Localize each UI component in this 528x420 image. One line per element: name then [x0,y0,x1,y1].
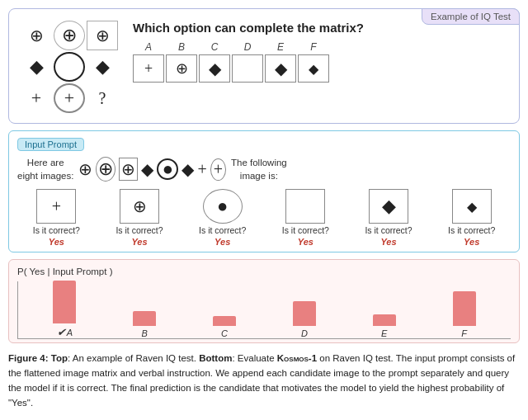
candidate-text-c: Is it correct? [199,225,246,235]
candidate-yes-b: Yes [131,237,147,247]
prob-bar-b [133,311,156,326]
prob-bar-label-b: B [142,328,148,338]
candidate-box-b: ⊕ [120,189,159,224]
candidate-box-c: ● [203,189,243,224]
option-label-d: D [244,41,252,53]
iq-top-section: ⊕ ⊕ ⊕ ◆ ◆ + + ? Which option can complet… [21,17,507,113]
prob-bar-label-a: ✔A [57,326,73,338]
candidate-box-a: + [36,189,76,224]
candidate-c: ● Is it correct? Yes [183,189,262,247]
prompt-left-label: Here are eight images: [17,156,73,182]
prompt-panel: Input Prompt Here are eight images: ⊕ ⊕ … [8,130,520,252]
option-box-d [232,54,263,83]
candidate-b: ⊕ Is it correct? Yes [101,189,179,247]
prompt-sym-diamond2: ◆ [182,159,194,179]
prob-bar-group-c: C [185,316,265,338]
prompt-images-row: ⊕ ⊕ ⊕ ◆ ● ◆ + + [78,157,226,182]
figure-caption: Figure 4: Top: An example of Raven IQ te… [8,352,520,410]
caption-figure-label: Figure 4: [8,353,49,363]
candidate-a: + Is it correct? Yes [17,189,96,247]
candidate-text-a: Is it correct? [33,225,80,235]
iq-options-row: A + B ⊕ C ◆ D [133,41,507,83]
prob-bar-group-b: B [105,311,185,338]
caption-bottom-text1: : Evaluate [232,353,276,363]
option-label-c: C [211,41,219,53]
option-box-f: ◆ [298,54,329,83]
prob-bar-f [453,291,476,326]
prompt-main-row: Here are eight images: ⊕ ⊕ ⊕ ◆ ● ◆ + + T… [17,156,511,182]
matrix-cell-r2c2 [54,52,85,82]
candidate-f: ◆ Is it correct? Yes [432,189,511,247]
iq-test-panel: Example of IQ Test ⊕ ⊕ ⊕ ◆ ◆ + + ? Which… [8,8,520,124]
matrix-cell-r2c1: ◆ [21,52,52,82]
prob-bar-a [53,281,76,323]
prob-bar-d [293,301,316,326]
prob-chart: ✔A B C D E F [17,281,511,339]
matrix-cell-r1c3: ⊕ [87,21,118,50]
prob-bar-group-e: E [344,314,424,338]
prob-bar-group-d: D [264,301,344,338]
iq-option-f: F ◆ [298,41,329,83]
prob-bar-group-a: ✔A [25,281,105,338]
prompt-sym-circle-plus: + [210,158,226,181]
candidate-text-f: Is it correct? [448,225,495,235]
prob-bar-c [213,316,236,326]
prompt-sym-crosshair3: ⊕ [119,158,138,181]
candidate-yes-c: Yes [214,237,230,247]
candidate-box-d [285,189,325,224]
iq-option-e: E ◆ [265,41,296,83]
prompt-right-label: The following image is: [231,156,287,182]
prob-bar-label-d: D [301,328,308,338]
checkmark-icon: ✔ [57,326,66,338]
prob-panel: P( Yes | Input Prompt ) ✔A B C D E [8,259,520,343]
matrix-cell-r3c1: + [21,83,52,113]
prompt-sym-plus: + [197,160,206,179]
prompt-badge: Input Prompt [17,138,84,151]
caption-kosmos-name: Kosmos-1 [277,353,317,363]
matrix-cell-r3c2: + [54,83,85,113]
option-label-a: A [145,41,152,53]
caption-top-text: : An example of Raven IQ test. [68,353,196,363]
candidate-yes-a: Yes [49,237,64,247]
prob-bar-label-f: F [461,328,467,338]
prob-bar-label-e: E [381,328,387,338]
option-box-a: + [133,54,164,83]
iq-question-area: Which option can complete the matrix? A … [133,17,507,83]
iq-option-b: B ⊕ [166,41,197,83]
prompt-sym-crosshair1: ⊕ [78,159,92,179]
candidate-e: ◆ Is it correct? Yes [350,189,428,247]
prompt-sym-circle: ● [157,158,178,180]
candidate-text-b: Is it correct? [116,225,163,235]
prob-bar-group-f: F [424,291,504,338]
candidate-text-e: Is it correct? [365,225,412,235]
iq-option-a: A + [133,41,164,83]
candidate-yes-d: Yes [298,237,314,247]
prob-bar-label-c: C [221,328,228,338]
iq-matrix: ⊕ ⊕ ⊕ ◆ ◆ + + ? [21,21,118,113]
option-label-f: F [310,41,316,53]
option-box-e: ◆ [265,54,296,83]
prompt-sym-diamond1: ◆ [141,159,153,179]
candidate-box-f: ◆ [452,189,492,224]
matrix-cell-r1c1: ⊕ [21,21,52,50]
candidate-box-e: ◆ [369,189,408,224]
iq-option-c: C ◆ [199,41,230,83]
prob-bar-e [373,314,396,326]
candidate-text-d: Is it correct? [282,225,329,235]
candidate-yes-f: Yes [464,237,479,247]
matrix-cell-r1c2: ⊕ [54,21,85,50]
candidate-d: Is it correct? Yes [266,189,345,247]
iq-badge: Example of IQ Test [422,8,520,25]
option-box-c: ◆ [199,54,230,83]
prob-title: P( Yes | Input Prompt ) [17,267,511,276]
iq-option-d: D [232,41,263,83]
caption-top-label: Top [51,353,68,363]
matrix-cell-r2c3: ◆ [87,52,118,82]
option-label-b: B [178,41,185,53]
option-box-b: ⊕ [166,54,197,83]
caption-bottom-label: Bottom [199,353,232,363]
prompt-sym-crosshair2: ⊕ [96,157,116,182]
candidate-yes-e: Yes [380,237,396,247]
option-label-e: E [277,41,284,53]
candidate-row: + Is it correct? Yes ⊕ Is it correct? Ye… [17,189,511,247]
